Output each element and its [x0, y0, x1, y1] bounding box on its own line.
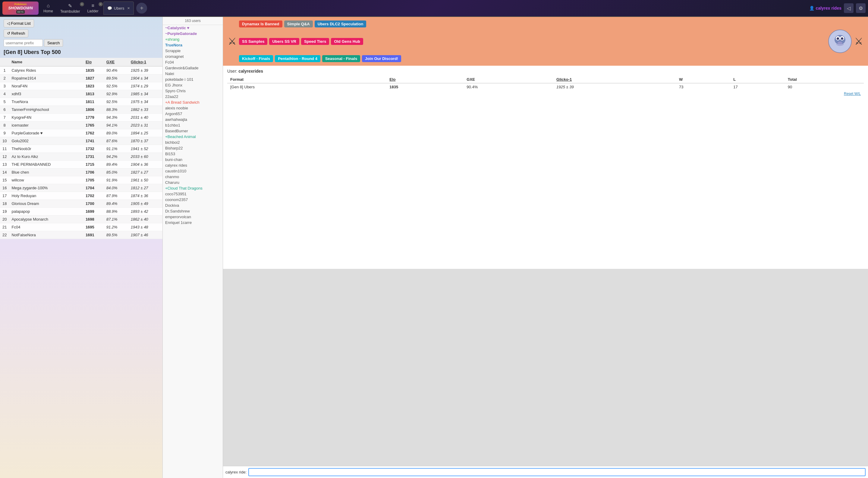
app-logo[interactable]: Pokémon SHOWDOWN BETA: [2, 1, 38, 15]
settings-btn[interactable]: ⚙: [856, 3, 866, 13]
table-row[interactable]: 1 Calyrex Rides 1835 90.4% 1925 ± 39: [0, 66, 162, 74]
table-row[interactable]: 16 Mega zygarde-100% 1704 84.0% 1812 ± 2…: [0, 184, 162, 192]
user-list-item[interactable]: buni-chan: [163, 157, 223, 162]
user-list-item[interactable]: Scrappie: [163, 48, 223, 54]
user-list-item[interactable]: ~Catalystic ♥: [163, 25, 223, 31]
user-list-item[interactable]: Charuru: [163, 180, 223, 185]
ladder-table-wrap[interactable]: Name Elo GXE Glicko-1 1 Calyrex Rides 18…: [0, 58, 162, 478]
table-row[interactable]: 19 palapapop 1699 88.9% 1893 ± 42: [0, 208, 162, 216]
ubers-room-tab[interactable]: 💬 Ubers ✕: [103, 1, 134, 15]
current-username[interactable]: 👤 calyrex rides: [809, 6, 841, 10]
nav-home-btn[interactable]: ⌂ Home: [40, 1, 57, 15]
user-list-item[interactable]: Spyro Chris: [163, 88, 223, 94]
user-list-item[interactable]: Argon657: [163, 111, 223, 117]
nav-teambuilder-btn[interactable]: ✎ Teambuilder: [57, 1, 84, 15]
user-list-item[interactable]: +shrang: [163, 36, 223, 42]
table-row[interactable]: 5 TrueNora 1811 92.5% 1975 ± 34: [0, 98, 162, 106]
room-link[interactable]: Simple Q&A: [284, 21, 313, 27]
user-list-item[interactable]: Fc04: [163, 59, 223, 65]
user-list-item[interactable]: BasedBurner: [163, 128, 223, 134]
user-list-item[interactable]: caustin1010: [163, 168, 223, 174]
name-cell: Blue chen: [9, 168, 83, 176]
user-list-item[interactable]: Gardevoir&Gallade: [163, 65, 223, 71]
user-list-item[interactable]: chanmo: [163, 174, 223, 180]
table-row[interactable]: 9 PurpleGatorade ♥ 1762 89.0% 1894 ± 25: [0, 129, 162, 137]
user-list-item[interactable]: coco753951: [163, 191, 223, 197]
stat-l: 17: [730, 83, 784, 90]
room-link[interactable]: SS Samples: [239, 38, 267, 45]
user-list-item[interactable]: bichboi2: [163, 139, 223, 145]
user-list-item[interactable]: cromagnet: [163, 54, 223, 59]
table-row[interactable]: 22 NotFalseNora 1691 89.5% 1907 ± 46: [0, 231, 162, 239]
room-link[interactable]: Pentathlon - Round 4: [275, 55, 320, 62]
room-link[interactable]: Kickoff - Finals: [239, 55, 273, 62]
room-link[interactable]: Speed Tiers: [301, 38, 329, 45]
refresh-btn[interactable]: ↺ Refresh: [4, 29, 28, 37]
table-row[interactable]: 8 icemaster 1765 94.1% 2023 ± 31: [0, 122, 162, 129]
elo-col-header[interactable]: Elo: [83, 58, 104, 66]
chat-input[interactable]: [248, 468, 866, 476]
user-list-item[interactable]: calyrex rides: [163, 162, 223, 168]
user-list-item[interactable]: Bisharp22: [163, 145, 223, 151]
table-row[interactable]: 2 Ropalme1914 1827 89.5% 1904 ± 34: [0, 74, 162, 82]
user-list-item[interactable]: pokeblade☆101: [163, 76, 223, 82]
glicko-col-header[interactable]: Glicko-1: [128, 58, 162, 66]
table-row[interactable]: 6 TannerFrmHghschool 1806 88.3% 1882 ± 3…: [0, 106, 162, 114]
table-row[interactable]: 13 THE PERMABANNED 1715 89.4% 1904 ± 36: [0, 161, 162, 168]
table-row[interactable]: 14 Blue chen 1706 85.0% 1827 ± 27: [0, 168, 162, 176]
user-list-item[interactable]: Bl153: [163, 151, 223, 157]
table-row[interactable]: 11 TheNoob3r 1732 91.1% 1941 ± 52: [0, 145, 162, 153]
logo-pokemon-text: Pokémon: [14, 3, 27, 6]
right-panel: ⚔ Dynamax Is BannedSimple Q&AUbers DLC2 …: [223, 17, 868, 478]
user-list-item[interactable]: awrhahwajta: [163, 117, 223, 122]
ladder-close-btn[interactable]: ✕: [98, 2, 103, 6]
room-link[interactable]: Old Gens Hub: [331, 38, 363, 45]
table-row[interactable]: 4 xdhf3 1813 92.9% 1985 ± 34: [0, 90, 162, 98]
gxe-col-header[interactable]: GXE: [104, 58, 128, 66]
room-link[interactable]: Dynamax Is Banned: [239, 21, 282, 27]
table-row[interactable]: 20 Apocalypse Monarch 1698 87.1% 1862 ± …: [0, 216, 162, 223]
add-tab-btn[interactable]: +: [136, 3, 147, 13]
table-row[interactable]: 21 Fc04 1695 91.2% 1943 ± 48: [0, 223, 162, 231]
table-row[interactable]: 17 Holy Reduyan 1702 87.9% 1874 ± 36: [0, 192, 162, 200]
audio-btn[interactable]: ◁: [844, 3, 854, 13]
glicko-cell: 2023 ± 31: [128, 122, 162, 129]
room-link[interactable]: Ubers SS VR: [269, 38, 299, 45]
table-row[interactable]: 15 willcow 1705 91.9% 1961 ± 50: [0, 176, 162, 184]
user-list-item[interactable]: Nalei: [163, 71, 223, 76]
user-list-item[interactable]: emperorvolcan: [163, 214, 223, 220]
stats-data-row: [Gen 8] Ubers 1835 90.4% 1925 ± 39 73 17…: [227, 83, 864, 90]
user-list-item[interactable]: Enriquel 1carre: [163, 220, 223, 225]
table-row[interactable]: 18 Glorious Dream 1700 89.4% 1905 ± 49: [0, 200, 162, 208]
user-list-item[interactable]: b1chbo1: [163, 122, 223, 128]
search-btn[interactable]: Search: [44, 39, 63, 47]
reset-wl-link[interactable]: Reset W/L: [844, 92, 861, 96]
table-row[interactable]: 10 Golu2002 1741 87.6% 1870 ± 37: [0, 137, 162, 145]
user-list-item[interactable]: +Beached Animal: [163, 134, 223, 139]
ubers-tab-close[interactable]: ✕: [127, 6, 130, 10]
mid-row: SS SamplesUbers SS VRSpeed TiersOld Gens…: [239, 29, 852, 53]
table-row[interactable]: 3 NoraF4N 1823 92.5% 1974 ± 29: [0, 82, 162, 90]
user-list-item[interactable]: coonom2357: [163, 197, 223, 202]
table-row[interactable]: 12 Az to Kuro Alkz 1731 94.2% 2033 ± 60: [0, 153, 162, 161]
user-list-item[interactable]: alexis noobie: [163, 105, 223, 111]
user-list-item[interactable]: +Cloud That Dragons: [163, 185, 223, 191]
user-list-item[interactable]: Dr.Sandshrew: [163, 208, 223, 214]
user-list-item[interactable]: EG Jhonx: [163, 82, 223, 88]
room-link[interactable]: Ubers DLC2 Speculation: [315, 21, 367, 27]
search-input[interactable]: [4, 39, 43, 47]
user-list-item[interactable]: Dockiva: [163, 202, 223, 208]
room-link[interactable]: Seasonal - Finals: [322, 55, 360, 62]
user-list-item[interactable]: TrueNora: [163, 42, 223, 48]
name-cell: NotFalseNora: [9, 231, 83, 239]
user-list[interactable]: ~Catalystic ♥~PurpleGatorade+shrang True…: [163, 25, 223, 478]
format-list-btn[interactable]: ◁ Format List: [4, 19, 34, 27]
svg-point-5: [841, 37, 843, 40]
room-link[interactable]: Join Our Discord!: [362, 55, 401, 62]
user-list-item[interactable]: ~PurpleGatorade: [163, 31, 223, 36]
user-list-item[interactable]: 22aa22: [163, 94, 223, 99]
glicko-cell: 1904 ± 36: [128, 161, 162, 168]
table-row[interactable]: 7 KyogreF4N 1779 94.3% 2031 ± 40: [0, 114, 162, 122]
rank-cell: 6: [0, 106, 9, 114]
user-list-item[interactable]: +A Bread Sandwich: [163, 99, 223, 105]
